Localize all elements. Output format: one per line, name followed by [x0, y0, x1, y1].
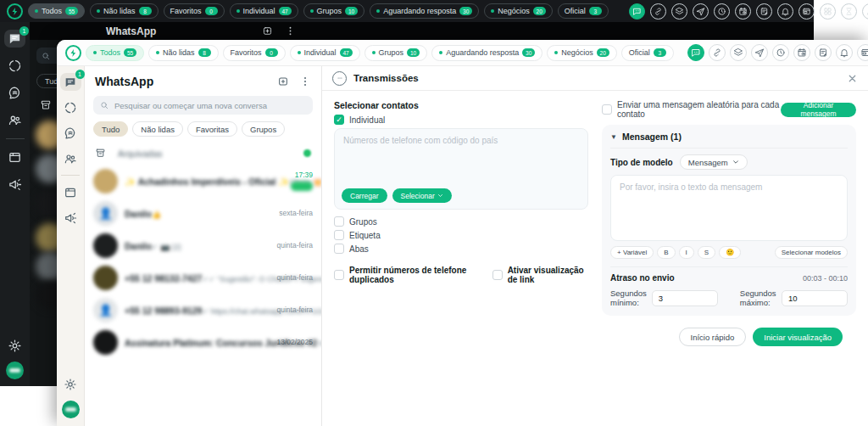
reminder-tool-icon[interactable] [777, 3, 793, 20]
chat-list-item[interactable]: ✨ Achadinhos Imperdíveis - Oficial ✨Ofer… [85, 165, 321, 197]
chat-list-item[interactable]: +55 12 98893-9129✓ https://chat.whatsapp… [85, 294, 321, 326]
seconds-max-input[interactable] [782, 290, 848, 306]
sidebar-item-chats[interactable]: 1 [60, 73, 81, 91]
profile-avatar[interactable] [62, 401, 80, 418]
variable-button[interactable]: + Variável [610, 246, 654, 259]
model-type-select[interactable]: Mensagem [680, 154, 748, 170]
seconds-min-input[interactable] [652, 290, 718, 306]
filter-individual[interactable]: Individual47 [230, 3, 298, 19]
abas-checkbox[interactable] [334, 244, 344, 254]
delay-range: 00:03 - 00:10 [803, 274, 848, 283]
filter-aguardando[interactable]: Aguardando resposta30 [370, 3, 479, 19]
history-tool-icon[interactable] [772, 44, 789, 61]
chat-list-item[interactable]: Danilo✓ 📷 (2) quinta-feira [85, 229, 321, 261]
italic-button[interactable]: I [679, 246, 694, 259]
export-excel-icon[interactable] [841, 3, 857, 20]
sidebar-item-chats[interactable]: 1 [4, 30, 25, 48]
sidebar-item-channels[interactable] [4, 84, 25, 102]
menu-kebab-icon[interactable] [285, 25, 296, 36]
filter-oficial[interactable]: Oficial3 [558, 3, 609, 19]
strike-button[interactable]: S [698, 246, 715, 259]
count-badge: 20 [597, 48, 609, 57]
tab-grupos[interactable]: Grupos [242, 121, 285, 137]
layers-tool-icon[interactable] [730, 44, 747, 61]
sidebar-item-status[interactable] [60, 98, 81, 116]
filter-aguardando[interactable]: Aguardando resposta30 [431, 45, 542, 61]
add-message-button[interactable]: Adicionar mensagem [781, 103, 856, 117]
sidebar-item-panels[interactable] [60, 183, 81, 201]
filter-grupos[interactable]: Grupos10 [364, 45, 428, 61]
layers-tool-icon[interactable] [671, 3, 687, 20]
sidebar-item-communities[interactable] [4, 111, 25, 129]
schedule-tool-icon[interactable] [793, 44, 810, 61]
panel-tool-icon[interactable] [798, 3, 815, 20]
link-tool-icon[interactable] [650, 3, 666, 20]
filter-todos[interactable]: Todos55 [28, 3, 85, 19]
reminder-tool-icon[interactable] [836, 44, 853, 61]
message-card-header[interactable]: ▼ Mensagem (1) [610, 132, 848, 149]
filter-negocios[interactable]: Negócios20 [484, 3, 553, 19]
tab-nao-lidas[interactable]: Não lidas [132, 121, 183, 137]
schedule-tool-icon[interactable] [735, 3, 751, 20]
sidebar-item-status[interactable] [4, 57, 25, 75]
chat-list-item[interactable]: Assinatura Platinum: Concursos Jurídicos… [85, 326, 321, 358]
filter-todos[interactable]: Todos55 [86, 45, 144, 61]
count-badge: 0 [265, 48, 278, 57]
send-tool-icon[interactable] [751, 44, 768, 61]
archived-count-badge [303, 149, 311, 157]
filter-nao-lidas[interactable]: Não lidas8 [90, 3, 159, 19]
link-tool-icon[interactable] [709, 44, 726, 61]
random-message-checkbox[interactable] [602, 104, 612, 115]
close-icon[interactable] [847, 73, 858, 84]
chat-list-item[interactable]: +55 12 98132-7427✓✓ "Sugestão": O ChatGP… [85, 261, 321, 294]
quick-start-button[interactable]: Início rápido [679, 328, 747, 346]
apps-tool-icon[interactable] [820, 3, 836, 20]
notes-tool-icon[interactable] [815, 44, 832, 61]
filter-individual[interactable]: Individual47 [290, 45, 360, 61]
filter-oficial[interactable]: Oficial3 [621, 45, 674, 61]
send-tool-icon[interactable] [693, 3, 709, 20]
notes-tool-icon[interactable] [756, 3, 772, 20]
filter-favoritos[interactable]: Favoritos0 [164, 3, 225, 19]
panel-tool-icon[interactable] [857, 44, 868, 61]
sidebar-item-settings[interactable] [4, 337, 25, 355]
chat-list-item[interactable]: Danilo👍 sexta-feira [85, 197, 321, 229]
select-model-button[interactable]: Selecionar modelos [775, 246, 848, 259]
menu-kebab-icon[interactable] [299, 76, 311, 87]
archived-row[interactable]: Arquivadas [85, 142, 321, 165]
filter-nao-lidas[interactable]: Não lidas8 [148, 45, 219, 61]
chat-tool-icon[interactable] [687, 44, 704, 61]
link-preview-checkbox[interactable] [492, 270, 503, 280]
sidebar-item-marketing[interactable] [60, 209, 81, 227]
etiqueta-checkbox[interactable] [334, 230, 344, 240]
tab-favoritas[interactable]: Favoritas [187, 121, 237, 137]
green-dot-icon [439, 51, 442, 54]
select-button[interactable]: Selecionar [392, 188, 452, 203]
history-tool-icon[interactable] [714, 3, 730, 20]
tab-tudo[interactable]: Tudo [93, 121, 128, 137]
start-preview-button[interactable]: Iniciar visualização [753, 328, 843, 346]
allow-duplicates-checkbox[interactable] [334, 270, 344, 280]
filter-favoritos[interactable]: Favoritos0 [223, 45, 286, 61]
load-button[interactable]: Carregar [342, 188, 387, 203]
chat-tool-icon[interactable] [629, 3, 645, 20]
contacts-tool-icon[interactable] [862, 3, 868, 20]
message-text-input[interactable] [611, 176, 847, 240]
individual-checkbox[interactable]: ✓ [334, 115, 344, 125]
new-chat-icon[interactable] [277, 76, 289, 87]
grupos-checkbox[interactable] [334, 216, 344, 227]
sidebar-item-panels[interactable] [4, 149, 25, 166]
archived-icon[interactable] [40, 99, 52, 111]
sidebar-item-channels[interactable] [60, 124, 81, 142]
sidebar-item-settings[interactable] [60, 375, 81, 393]
sidebar-item-marketing[interactable] [4, 176, 25, 193]
emoji-button[interactable]: 🙂 [719, 246, 741, 259]
new-chat-icon[interactable] [262, 25, 273, 36]
filter-grupos[interactable]: Grupos10 [303, 3, 365, 19]
avatar [93, 330, 118, 355]
filter-negocios[interactable]: Negócios20 [547, 45, 617, 61]
bold-button[interactable]: B [657, 246, 675, 259]
search-input[interactable]: Pesquisar ou começar uma nova conversa [93, 96, 313, 115]
profile-avatar[interactable] [6, 362, 24, 379]
sidebar-item-communities[interactable] [60, 149, 81, 167]
